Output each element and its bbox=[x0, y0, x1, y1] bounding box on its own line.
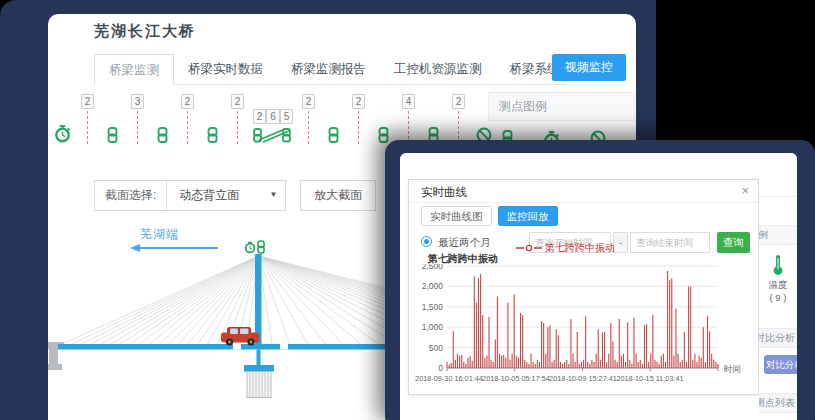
sensor-group[interactable]: 2 bbox=[175, 94, 200, 144]
svg-text:2,000: 2,000 bbox=[422, 281, 444, 291]
sensor-dash-line bbox=[137, 111, 138, 144]
sensor-chain-icon[interactable] bbox=[321, 94, 346, 144]
cluster-chain-icon bbox=[252, 124, 294, 143]
sensor-group[interactable]: 2 bbox=[296, 94, 321, 144]
deck-joint bbox=[233, 344, 241, 350]
sensor-dash-line bbox=[308, 111, 309, 144]
sensor-count-badge: 4 bbox=[402, 94, 416, 109]
point-list-section-header: 测点列表 bbox=[759, 393, 797, 413]
sensor-group[interactable]: 3 bbox=[125, 94, 150, 144]
compare-section-header: 对比分析 bbox=[759, 328, 797, 348]
legend-marker-icon bbox=[516, 244, 542, 252]
sensor-count-badge: 2 bbox=[302, 94, 316, 109]
sensor-group[interactable]: 4 bbox=[396, 94, 421, 144]
realtime-curve-dialog: 实时曲线 × 实时曲线图监控回放 最近两个月 - 查询 第七跨跨中振动 第七跨跨… bbox=[408, 179, 759, 395]
x-tick-label: 2018-10-09 15:27:41 bbox=[549, 374, 617, 383]
svg-text:0: 0 bbox=[438, 363, 443, 373]
close-icon[interactable]: × bbox=[741, 183, 749, 198]
sensor-chain-icon[interactable] bbox=[200, 94, 225, 144]
section-select-dropdown[interactable]: 动态背立面 ▼ bbox=[166, 181, 285, 210]
curve-window-content: 实时曲线 × 实时曲线图监控回放 最近两个月 - 查询 第七跨跨中振动 第七跨跨… bbox=[400, 153, 797, 420]
tower-top-sensor-icons[interactable] bbox=[246, 241, 264, 253]
x-tick-label: 2018-10-05 05:17:54 bbox=[482, 374, 550, 383]
sensor-overview-bar: 23222652242 bbox=[50, 94, 496, 144]
car bbox=[221, 327, 260, 346]
vibration-chart: 05001,0001,5002,0002,5002018-09-30 16:01… bbox=[409, 264, 758, 394]
main-tab-1[interactable]: 桥梁实时数据 bbox=[174, 54, 277, 84]
sensor-clock-icon[interactable] bbox=[50, 94, 75, 144]
sensor-count-badge: 2 bbox=[231, 94, 245, 109]
sensor-count-badge: 2 bbox=[253, 109, 267, 124]
sensor-chain-icon[interactable] bbox=[100, 94, 125, 144]
x-tick-label: 2018-09-30 16:01:44 bbox=[415, 374, 483, 383]
chain-icon bbox=[207, 127, 218, 143]
sensor-count-badge: 2 bbox=[452, 94, 466, 109]
section-select-label: 截面选择: bbox=[95, 181, 166, 210]
main-tab-bar: 桥梁监测桥梁实时数据桥梁监测报告工控机资源监测桥梁系统报警 bbox=[94, 54, 566, 85]
main-tab-3[interactable]: 工控机资源监测 bbox=[380, 54, 496, 84]
chain-icon bbox=[328, 127, 339, 143]
video-monitor-button[interactable]: 视频监控 bbox=[552, 54, 626, 81]
sensor-group[interactable]: 2 bbox=[346, 94, 371, 144]
chain-icon bbox=[378, 127, 389, 143]
svg-text:1,500: 1,500 bbox=[422, 302, 444, 312]
panel-divider bbox=[759, 196, 797, 197]
sensor-count-badge: 3 bbox=[131, 94, 145, 109]
thermometer-icon[interactable] bbox=[772, 254, 784, 276]
legend-label: 第七跨跨中振动 bbox=[545, 242, 615, 253]
chevron-down-icon: ▼ bbox=[269, 190, 277, 199]
curve-window: 实时曲线 × 实时曲线图监控回放 最近两个月 - 查询 第七跨跨中振动 第七跨跨… bbox=[385, 140, 815, 420]
sensor-count-badge: 2 bbox=[352, 94, 366, 109]
sensor-dash-line bbox=[237, 111, 238, 144]
dialog-tab-1[interactable]: 监控回放 bbox=[498, 206, 558, 226]
sensor-dash-line bbox=[358, 111, 359, 144]
bridge-pier bbox=[247, 372, 271, 398]
svg-text:2,500: 2,500 bbox=[422, 264, 444, 271]
legend-section-header: 图例 bbox=[759, 225, 797, 245]
chain-icon bbox=[157, 127, 168, 143]
dialog-title: 实时曲线 bbox=[421, 185, 467, 200]
svg-text:500: 500 bbox=[429, 343, 443, 353]
sensor-count-badge: 5 bbox=[280, 109, 294, 124]
sensor-count-badge: 2 bbox=[81, 94, 95, 109]
x-tick-label: 2018-10-15 11:03:41 bbox=[616, 374, 683, 383]
dialog-header: 实时曲线 × bbox=[409, 180, 758, 203]
compare-analysis-button[interactable]: 对比分析 bbox=[764, 355, 797, 374]
page-title: 芜湖长江大桥 bbox=[94, 22, 196, 41]
sensor-group[interactable]: 2 bbox=[75, 94, 100, 144]
sensor-group[interactable]: 2 bbox=[225, 94, 250, 144]
sensor-chain-icon[interactable] bbox=[421, 94, 446, 144]
main-tab-0[interactable]: 桥梁监测 bbox=[94, 54, 174, 85]
chain-icon bbox=[107, 127, 118, 143]
section-selected-value: 动态背立面 bbox=[179, 188, 239, 202]
section-select-box: 截面选择: 动态背立面 ▼ bbox=[94, 180, 286, 211]
sensor-group[interactable]: 2 bbox=[446, 94, 471, 144]
sensor-dash-line bbox=[187, 111, 188, 144]
x-axis-label: 时间 bbox=[724, 364, 741, 374]
dialog-tab-bar: 实时曲线图监控回放 bbox=[421, 206, 558, 226]
dialog-tab-0[interactable]: 实时曲线图 bbox=[421, 206, 492, 226]
zoom-section-button[interactable]: 放大截面 bbox=[300, 180, 376, 211]
main-tab-2[interactable]: 桥梁监测报告 bbox=[277, 54, 380, 84]
bridge-tower bbox=[244, 254, 274, 372]
point-legend-title: 测点图例 bbox=[488, 92, 635, 121]
svg-text:1,000: 1,000 bbox=[422, 322, 444, 332]
sensor-dash-line bbox=[87, 111, 88, 144]
right-side-panel: 图例 温度 ( 9 ) 对比分析 对比分析 测点列表 bbox=[759, 153, 797, 420]
section-select-bar: 截面选择: 动态背立面 ▼ 放大截面 bbox=[94, 180, 376, 211]
deck-joint bbox=[280, 344, 288, 350]
sensor-count-badge: 6 bbox=[266, 109, 280, 124]
temperature-label: 温度 bbox=[759, 279, 797, 292]
sensor-cluster-group[interactable]: 265 bbox=[250, 94, 296, 144]
sensor-count-badge: 2 bbox=[181, 94, 195, 109]
sensor-chain-icon[interactable] bbox=[371, 94, 396, 144]
sensor-chain-icon[interactable] bbox=[150, 94, 175, 144]
temperature-count: ( 9 ) bbox=[759, 292, 797, 303]
clock-icon bbox=[54, 124, 71, 143]
